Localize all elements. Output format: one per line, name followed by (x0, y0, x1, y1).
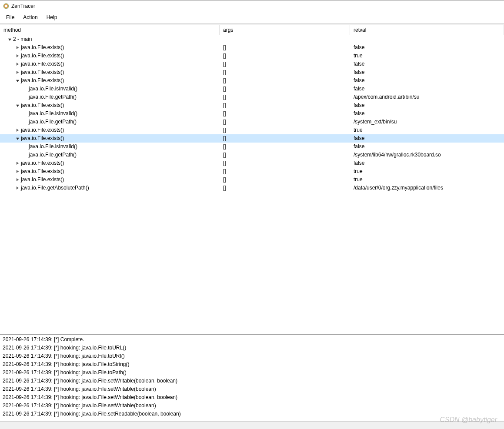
retval-cell: false (350, 43, 504, 52)
method-label: 2 - main (13, 35, 32, 43)
retval-cell: false (350, 76, 504, 85)
chevron-down-icon[interactable] (7, 37, 12, 42)
log-line: 2021-09-26 17:14:39: [*] hooking: java.i… (3, 360, 501, 369)
retval-cell: /system/lib64/hw/gralloc.rk30board.so (350, 151, 504, 159)
expander-none (23, 153, 28, 158)
retval-cell: /data/user/0/org.zzy.myapplication/files (350, 184, 504, 192)
args-cell: [] (220, 167, 350, 176)
retval-cell: false (350, 159, 504, 167)
log-line: 2021-09-26 17:14:39: [*] hooking: java.i… (3, 369, 501, 377)
chevron-down-icon[interactable] (15, 78, 20, 83)
log-line: 2021-09-26 17:14:39: [*] hooking: java.i… (3, 410, 501, 418)
retval-cell: false (350, 60, 504, 68)
col-header-method[interactable]: method (0, 25, 220, 35)
args-cell: [] (220, 134, 350, 143)
log-line: 2021-09-26 17:14:39: [*] hooking: java.i… (3, 385, 501, 393)
args-cell: [] (220, 60, 350, 68)
expander-none (23, 95, 28, 100)
tree-row[interactable]: java.io.File.exists()[]true (0, 52, 504, 60)
retval-cell: false (350, 134, 504, 143)
tree-row[interactable]: java.io.File.exists()[]true (0, 167, 504, 176)
menu-help[interactable]: Help (42, 13, 62, 22)
tree-row[interactable]: java.io.File.exists()[]false (0, 76, 504, 85)
chevron-right-icon[interactable] (15, 169, 20, 174)
chevron-right-icon[interactable] (15, 177, 20, 183)
tree-row[interactable]: java.io.File.exists()[]false (0, 101, 504, 110)
retval-cell: /apex/com.android.art/bin/su (350, 93, 504, 101)
method-label: java.io.File.exists() (21, 167, 64, 176)
retval-cell: /system_ext/bin/su (350, 118, 504, 126)
tree-row[interactable]: java.io.File.getPath()[]/apex/com.androi… (0, 93, 504, 101)
args-cell: [] (220, 159, 350, 167)
tree-row[interactable]: java.io.File.exists()[]false (0, 159, 504, 167)
col-header-args[interactable]: args (220, 25, 350, 35)
method-label: java.io.File.exists() (21, 52, 64, 60)
tree-row[interactable]: java.io.File.isInvalid()[]false (0, 85, 504, 93)
app-title: ZenTracer (11, 3, 35, 9)
method-label: java.io.File.isInvalid() (29, 85, 77, 93)
status-bar (0, 421, 504, 429)
retval-cell: false (350, 85, 504, 93)
menu-action[interactable]: Action (19, 13, 42, 22)
retval-cell: false (350, 110, 504, 118)
method-label: java.io.File.exists() (21, 43, 64, 52)
chevron-down-icon[interactable] (15, 103, 20, 108)
chevron-down-icon[interactable] (15, 136, 20, 141)
log-line: 2021-09-26 17:14:39: [*] hooking: java.i… (3, 377, 501, 385)
chevron-right-icon[interactable] (15, 128, 20, 133)
tree-row[interactable]: 2 - main (0, 35, 504, 43)
tree-header: method args retval (0, 25, 504, 35)
args-cell: [] (220, 68, 350, 76)
method-label: java.io.File.exists() (21, 68, 64, 76)
method-label: java.io.File.isInvalid() (29, 143, 77, 151)
retval-cell: true (350, 52, 504, 60)
chevron-right-icon[interactable] (15, 53, 20, 59)
chevron-right-icon[interactable] (15, 70, 20, 75)
tree-row[interactable]: java.io.File.exists()[]true (0, 176, 504, 184)
method-label: java.io.File.exists() (21, 159, 64, 167)
chevron-right-icon[interactable] (15, 62, 20, 67)
chevron-right-icon[interactable] (15, 161, 20, 166)
log-line: 2021-09-26 17:14:39: [*] hooking: java.i… (3, 402, 501, 410)
tree-row[interactable]: java.io.File.exists()[]true (0, 126, 504, 134)
tree-row[interactable]: java.io.File.getPath()[]/system_ext/bin/… (0, 118, 504, 126)
chevron-right-icon[interactable] (15, 45, 20, 50)
tree-row[interactable]: java.io.File.isInvalid()[]false (0, 143, 504, 151)
expander-none (23, 120, 28, 125)
method-label: java.io.File.exists() (21, 176, 64, 184)
method-label: java.io.File.getPath() (29, 93, 77, 101)
tree-row[interactable]: java.io.File.getAbsolutePath()[]/data/us… (0, 184, 504, 192)
retval-cell: true (350, 167, 504, 176)
tree-row[interactable]: java.io.File.exists()[]false (0, 68, 504, 76)
tree-row[interactable]: java.io.File.exists()[]false (0, 134, 504, 143)
method-label: java.io.File.exists() (21, 134, 64, 143)
method-label: java.io.File.getAbsolutePath() (21, 184, 89, 192)
retval-cell: false (350, 101, 504, 110)
args-cell: [] (220, 110, 350, 118)
tree-row[interactable]: java.io.File.getPath()[]/system/lib64/hw… (0, 151, 504, 159)
col-header-retval[interactable]: retval (350, 25, 504, 35)
retval-cell: true (350, 126, 504, 134)
log-panel[interactable]: 2021-09-26 17:14:39: [*] Complete.2021-0… (0, 334, 504, 421)
tree-body[interactable]: 2 - mainjava.io.File.exists()[]falsejava… (0, 35, 504, 334)
tree-row[interactable]: java.io.File.isInvalid()[]false (0, 110, 504, 118)
tree-row[interactable]: java.io.File.exists()[]false (0, 60, 504, 68)
args-cell: [] (220, 126, 350, 134)
app-icon (3, 3, 10, 10)
menu-file[interactable]: File (2, 13, 19, 22)
retval-cell: true (350, 176, 504, 184)
chevron-right-icon[interactable] (15, 186, 20, 191)
titlebar: ZenTracer (0, 0, 504, 12)
expander-none (23, 144, 28, 150)
args-cell: [] (220, 43, 350, 52)
method-label: java.io.File.getPath() (29, 151, 77, 159)
main-panel: method args retval 2 - mainjava.io.File.… (0, 25, 504, 334)
log-line: 2021-09-26 17:14:39: [*] hooking: java.i… (3, 344, 501, 352)
args-cell: [] (220, 151, 350, 159)
method-label: java.io.File.exists() (21, 76, 64, 85)
tree-row[interactable]: java.io.File.exists()[]false (0, 43, 504, 52)
args-cell: [] (220, 176, 350, 184)
method-label: java.io.File.getPath() (29, 118, 77, 126)
menubar: File Action Help (0, 12, 504, 23)
expander-none (23, 86, 28, 92)
